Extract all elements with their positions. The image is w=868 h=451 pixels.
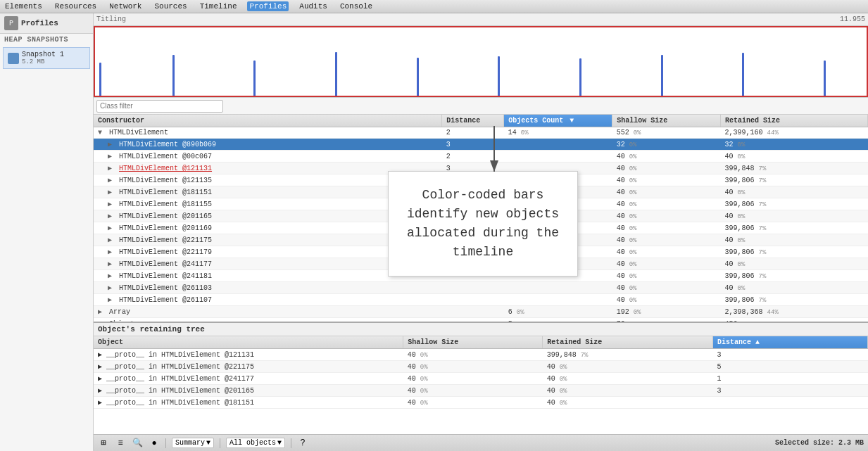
bcell-retained: 40 0% <box>543 397 713 409</box>
summary-dropdown[interactable]: Summary ▼ <box>172 438 214 448</box>
bcol-header-object[interactable]: Object <box>94 336 403 349</box>
col-header-retained[interactable]: Retained Size <box>721 115 868 127</box>
status-icon-a[interactable]: ⊞ <box>98 438 109 449</box>
expand-icon: ▼ <box>98 129 105 136</box>
menu-sources[interactable]: Sources <box>152 1 189 11</box>
cell-shallow: 40 0% <box>612 198 721 210</box>
bcell-retained: 40 0% <box>543 385 713 397</box>
table-row[interactable]: ▶ HTMLDivElement @261103 40 0% 40 0% <box>94 282 868 294</box>
annotation-box: Color-coded bars identify new objects al… <box>388 171 578 277</box>
table-row[interactable]: ▶ HTMLDivElement @261107 40 0% 399,806 7… <box>94 294 868 306</box>
timeline-canvas[interactable] <box>94 26 868 97</box>
cell-shallow: 40 0% <box>612 222 721 234</box>
cell-retained: 40 0% <box>721 151 868 163</box>
bottom-section-header: Object's retaining tree <box>94 323 868 336</box>
expand-icon: ▶ <box>108 248 115 256</box>
bcol-sort-arrow: ▲ <box>755 338 760 346</box>
bcell-retained: 399,848 7% <box>543 349 713 361</box>
menu-audits[interactable]: Audits <box>297 1 329 11</box>
status-icon-dot[interactable]: ● <box>149 438 160 449</box>
expand-icon: ▶ <box>108 212 115 220</box>
menu-network[interactable]: Network <box>107 1 144 11</box>
bcell-object: ▶ __proto__ in HTMLDivElement @181151 <box>94 397 403 409</box>
cell-distance <box>442 306 504 318</box>
annotation-text: Color-coded bars identify new objects al… <box>407 188 559 259</box>
table-row[interactable]: ▶ Object 5 0% 72 0% 456 0% <box>94 318 868 322</box>
cell-shallow: 552 0% <box>612 127 721 139</box>
sidebar: P Profiles HEAP SNAPSHOTS Snapshot 1 5.2… <box>0 13 94 451</box>
menu-resources[interactable]: Resources <box>53 1 99 11</box>
timeline-end: 11.955 <box>840 15 865 23</box>
expand-icon: ▶ <box>108 284 115 292</box>
bcol-header-distance[interactable]: Distance ▲ <box>713 336 868 349</box>
bottom-table-row[interactable]: ▶ __proto__ in HTMLDivElement @121131 40… <box>94 349 868 361</box>
cell-retained: 40 0% <box>721 258 868 270</box>
bottom-table-row[interactable]: ▶ __proto__ in HTMLDivElement @181151 40… <box>94 397 868 409</box>
menu-console[interactable]: Console <box>338 1 375 11</box>
bcell-distance: 3 <box>713 385 868 397</box>
status-separator-3 <box>291 438 291 448</box>
filter-dropdown[interactable]: All objects ▼ <box>226 438 285 448</box>
dropdown-arrow: ▼ <box>206 439 210 447</box>
expand-icon: ▶ <box>108 224 115 232</box>
col-header-distance[interactable]: Distance <box>442 115 504 127</box>
cell-shallow: 40 0% <box>612 163 721 174</box>
cell-constructor: ▶ Object <box>94 318 442 322</box>
sidebar-header: P Profiles <box>0 13 93 34</box>
bcell-shallow: 40 0% <box>403 385 543 397</box>
cell-retained: 40 0% <box>721 282 868 294</box>
expand-icon: ▶ <box>98 307 105 316</box>
expand-icon: ▶ <box>108 296 115 304</box>
bcell-shallow: 40 0% <box>403 397 543 409</box>
snapshot-item[interactable]: Snapshot 1 5.2 MB <box>3 47 90 69</box>
expand-icon: ▶ <box>108 152 115 160</box>
cell-shallow: 40 0% <box>612 282 721 294</box>
expand-icon: ▶ <box>108 272 115 280</box>
cell-retained: 399,806 7% <box>721 270 868 282</box>
expand-icon: ▶ <box>108 236 115 244</box>
bottom-table-row[interactable]: ▶ __proto__ in HTMLDivElement @201165 40… <box>94 385 868 397</box>
col-header-objects[interactable]: Objects Count ▼ <box>504 115 612 127</box>
bcell-object: ▶ __proto__ in HTMLDivElement @241177 <box>94 373 403 385</box>
status-icon-c[interactable]: 🔍 <box>132 438 143 449</box>
main-content: P Profiles HEAP SNAPSHOTS Snapshot 1 5.2… <box>0 13 868 451</box>
filter-bar <box>94 98 868 115</box>
cell-retained: 32 0% <box>721 139 868 151</box>
bcell-distance <box>713 397 868 409</box>
cell-retained: 399,806 7% <box>721 294 868 306</box>
bcell-shallow: 40 0% <box>403 349 543 361</box>
menu-profiles[interactable]: Profiles <box>247 1 289 11</box>
bottom-table-row[interactable]: ▶ __proto__ in HTMLDivElement @221175 40… <box>94 361 868 373</box>
class-filter-input[interactable] <box>96 100 223 113</box>
col-header-shallow[interactable]: Shallow Size <box>612 115 721 127</box>
menu-timeline[interactable]: Timeline <box>198 1 239 11</box>
table-row[interactable]: ▶ Array 6 0% 192 0% 2,398,368 44% <box>94 306 868 318</box>
menu-bar: Elements Resources Network Sources Timel… <box>0 0 868 13</box>
menu-elements[interactable]: Elements <box>3 1 44 11</box>
expand-icon: ▶ <box>108 260 115 268</box>
bcell-shallow: 40 0% <box>403 373 543 385</box>
bottom-table: Object Shallow Size Retained Size Distan… <box>94 336 868 409</box>
cell-constructor: ▶ HTMLDivElement @261103 <box>94 282 442 294</box>
right-panel: Titling 11.955 Constructor <box>94 13 868 451</box>
cell-retained: 40 0% <box>721 234 868 246</box>
question-icon[interactable]: ? <box>297 438 308 449</box>
bottom-table-container: Object Shallow Size Retained Size Distan… <box>94 336 868 434</box>
bottom-table-row[interactable]: ▶ __proto__ in HTMLDivElement @241177 40… <box>94 373 868 385</box>
bcell-distance: 1 <box>713 373 868 385</box>
bcell-distance: 5 <box>713 361 868 373</box>
cell-distance <box>442 282 504 294</box>
snapshot-sub: 5.2 MB <box>22 58 64 65</box>
cell-retained: 40 0% <box>721 186 868 198</box>
status-icon-b[interactable]: ≡ <box>115 438 126 449</box>
bcol-header-retained[interactable]: Retained Size <box>543 336 713 349</box>
expand-icon: ▶ <box>108 140 115 148</box>
sort-arrow: ▼ <box>570 117 574 125</box>
profiles-icon: P <box>4 16 18 30</box>
snapshot-label: Snapshot 1 <box>22 51 64 58</box>
bottom-section: Object's retaining tree Object Shallow S… <box>94 322 868 434</box>
bcol-header-shallow[interactable]: Shallow Size <box>403 336 543 349</box>
expand-icon: ▶ <box>108 200 115 208</box>
bcell-object: ▶ __proto__ in HTMLDivElement @221175 <box>94 361 403 373</box>
col-header-constructor[interactable]: Constructor <box>94 115 442 127</box>
